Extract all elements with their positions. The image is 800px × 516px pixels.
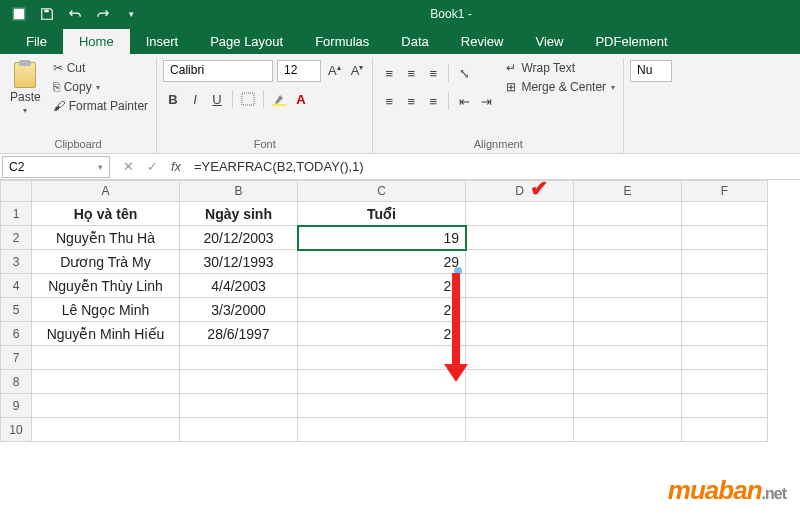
cell[interactable] [180, 370, 298, 394]
cell[interactable] [466, 322, 574, 346]
row-header[interactable]: 5 [0, 298, 32, 322]
cell[interactable]: Dương Trà My [32, 250, 180, 274]
cell[interactable] [682, 346, 768, 370]
cell[interactable] [466, 418, 574, 442]
tab-formulas[interactable]: Formulas [299, 29, 385, 54]
excel-icon[interactable] [6, 2, 32, 26]
cell[interactable] [32, 418, 180, 442]
cell[interactable] [298, 346, 466, 370]
decrease-indent-icon[interactable]: ⇤ [454, 90, 474, 112]
row-header[interactable]: 4 [0, 274, 32, 298]
align-top-icon[interactable]: ≡ [379, 62, 399, 84]
row-header[interactable]: 2 [0, 226, 32, 250]
cell[interactable] [32, 346, 180, 370]
font-color-button[interactable]: A [291, 88, 311, 110]
cell[interactable]: Ngày sinh [180, 202, 298, 226]
align-left-icon[interactable]: ≡ [379, 90, 399, 112]
cell[interactable] [682, 250, 768, 274]
cell[interactable] [466, 346, 574, 370]
cell[interactable]: 29 [298, 250, 466, 274]
cell[interactable] [574, 370, 682, 394]
align-center-icon[interactable]: ≡ [401, 90, 421, 112]
align-bottom-icon[interactable]: ≡ [423, 62, 443, 84]
cell[interactable]: 4/4/2003 [180, 274, 298, 298]
cell[interactable] [574, 274, 682, 298]
tab-file[interactable]: File [10, 29, 63, 54]
col-header-B[interactable]: B [180, 180, 298, 202]
cell[interactable] [180, 346, 298, 370]
col-header-D[interactable]: D [466, 180, 574, 202]
orientation-icon[interactable]: ⤡ [454, 62, 474, 84]
cell[interactable] [574, 250, 682, 274]
chevron-down-icon[interactable]: ▾ [98, 162, 103, 172]
bold-button[interactable]: B [163, 88, 183, 110]
format-painter-button[interactable]: 🖌Format Painter [51, 98, 150, 114]
col-header-E[interactable]: E [574, 180, 682, 202]
cell[interactable]: Nguyễn Thu Hà [32, 226, 180, 250]
undo-icon[interactable] [62, 2, 88, 26]
wrap-text-button[interactable]: ↵Wrap Text [504, 60, 617, 76]
cell[interactable] [180, 394, 298, 418]
cell[interactable] [574, 322, 682, 346]
cell[interactable]: 28/6/1997 [180, 322, 298, 346]
cell[interactable] [298, 418, 466, 442]
borders-button[interactable] [238, 88, 258, 110]
cell[interactable] [298, 394, 466, 418]
cut-button[interactable]: ✂Cut [51, 60, 150, 76]
cell[interactable] [574, 394, 682, 418]
cell[interactable] [466, 298, 574, 322]
cell[interactable] [682, 394, 768, 418]
cell[interactable] [466, 226, 574, 250]
cell[interactable] [574, 298, 682, 322]
cell[interactable] [682, 418, 768, 442]
cell[interactable]: 30/12/1993 [180, 250, 298, 274]
font-name-select[interactable]: Calibri [163, 60, 273, 82]
align-middle-icon[interactable]: ≡ [401, 62, 421, 84]
row-header[interactable]: 8 [0, 370, 32, 394]
col-header-F[interactable]: F [682, 180, 768, 202]
save-icon[interactable] [34, 2, 60, 26]
cell[interactable]: 26 [298, 322, 466, 346]
cell[interactable]: Lê Ngọc Minh [32, 298, 180, 322]
cell[interactable] [574, 202, 682, 226]
cell[interactable] [574, 418, 682, 442]
cell[interactable] [32, 370, 180, 394]
cell[interactable] [180, 418, 298, 442]
cell[interactable] [682, 202, 768, 226]
fill-color-button[interactable] [269, 88, 289, 110]
merge-center-button[interactable]: ⊞Merge & Center ▾ [504, 79, 617, 95]
italic-button[interactable]: I [185, 88, 205, 110]
tab-home[interactable]: Home [63, 29, 130, 54]
formula-input[interactable] [188, 156, 800, 178]
tab-insert[interactable]: Insert [130, 29, 195, 54]
col-header-C[interactable]: C [298, 180, 466, 202]
cell[interactable] [574, 226, 682, 250]
row-header[interactable]: 6 [0, 322, 32, 346]
cell[interactable] [466, 394, 574, 418]
cell[interactable] [574, 346, 682, 370]
font-size-select[interactable]: 12 [277, 60, 321, 82]
cell[interactable] [32, 394, 180, 418]
cell[interactable] [682, 298, 768, 322]
cell[interactable] [682, 226, 768, 250]
underline-button[interactable]: U [207, 88, 227, 110]
cell[interactable]: 23 [298, 298, 466, 322]
tab-pdfelement[interactable]: PDFelement [579, 29, 683, 54]
qat-dropdown-icon[interactable]: ▾ [118, 2, 144, 26]
cell[interactable]: 20/12/2003 [180, 226, 298, 250]
paste-button[interactable]: Paste ▾ [6, 60, 45, 117]
row-header[interactable]: 7 [0, 346, 32, 370]
cell[interactable] [682, 370, 768, 394]
row-header[interactable]: 9 [0, 394, 32, 418]
decrease-font-icon[interactable]: A▾ [348, 63, 367, 78]
cell[interactable] [466, 370, 574, 394]
row-header[interactable]: 1 [0, 202, 32, 226]
cell[interactable]: Nguyễn Minh Hiếu [32, 322, 180, 346]
cell[interactable] [466, 202, 574, 226]
align-right-icon[interactable]: ≡ [423, 90, 443, 112]
tab-review[interactable]: Review [445, 29, 520, 54]
cell[interactable]: Họ và tên [32, 202, 180, 226]
row-header[interactable]: 3 [0, 250, 32, 274]
cell[interactable] [298, 370, 466, 394]
fx-icon[interactable]: fx [164, 156, 188, 178]
